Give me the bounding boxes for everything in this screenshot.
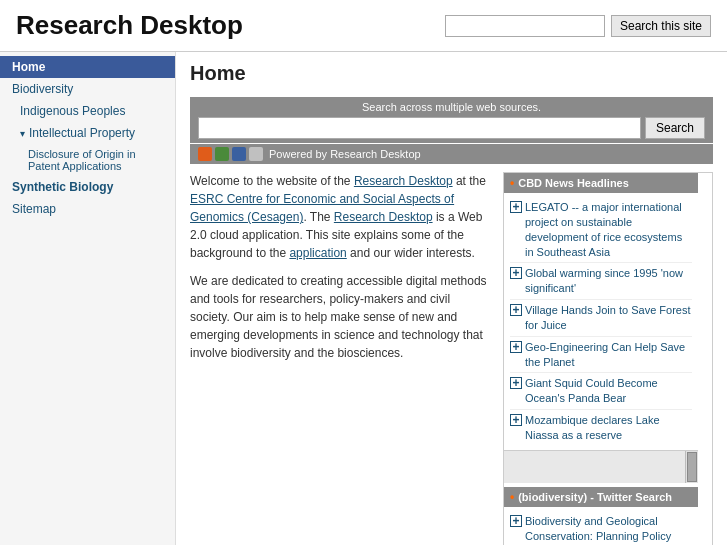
twitter-news-header: • (biodiversity) - Twitter Search	[504, 487, 698, 507]
search-bar-label: Search across multiple web sources.	[198, 101, 705, 113]
main-content: Home Search across multiple web sources.…	[176, 52, 727, 545]
news-item: + Mozambique declares Lake Niassa as a r…	[510, 410, 692, 446]
expand-icon[interactable]: +	[510, 414, 522, 426]
body-section: Welcome to the website of the Research D…	[190, 172, 713, 545]
page-title: Home	[190, 62, 713, 85]
news-link[interactable]: Village Hands Join to Save Forest for Ju…	[525, 303, 692, 333]
news-link[interactable]: Geo-Engineering Can Help Save the Planet	[525, 340, 692, 370]
color-block-blue	[232, 147, 246, 161]
header-search-input[interactable]	[445, 15, 605, 37]
news-item: + Biodiversity and Geological Conservati…	[510, 511, 692, 545]
news-link[interactable]: LEGATO -- a major international project …	[525, 200, 692, 259]
color-block-orange	[198, 147, 212, 161]
sidebar-item-sitemap[interactable]: Sitemap	[0, 198, 175, 220]
color-blocks	[198, 147, 263, 161]
link-research-desktop-1[interactable]: Research Desktop	[354, 174, 453, 188]
cbd-news-title: CBD News Headlines	[518, 177, 629, 189]
color-block-gray	[249, 147, 263, 161]
right-panel: • CBD News Headlines + LEGATO -- a major…	[503, 172, 713, 545]
rss-icon-twitter: •	[510, 490, 514, 504]
sidebar-item-home[interactable]: Home	[0, 56, 175, 78]
sidebar-item-intellectual-property[interactable]: ▾ Intellectual Property	[0, 122, 175, 144]
news-link[interactable]: Mozambique declares Lake Niassa as a res…	[525, 413, 692, 443]
arrow-icon: ▾	[20, 128, 25, 139]
news-item: + LEGATO -- a major international projec…	[510, 197, 692, 263]
paragraph-2: We are dedicated to creating accessible …	[190, 272, 491, 362]
news-item: + Village Hands Join to Save Forest for …	[510, 300, 692, 337]
news-item: + Global warming since 1995 'now signifi…	[510, 263, 692, 300]
scrollbar-thumb[interactable]	[687, 452, 697, 482]
cbd-news-header: • CBD News Headlines	[504, 173, 698, 193]
color-block-green	[215, 147, 229, 161]
search-bar-input[interactable]	[198, 117, 641, 139]
link-application[interactable]: application	[289, 246, 346, 260]
powered-bar: Powered by Research Desktop	[190, 144, 713, 164]
news-link[interactable]: Global warming since 1995 'now significa…	[525, 266, 692, 296]
expand-icon[interactable]: +	[510, 304, 522, 316]
paragraph-1: Welcome to the website of the Research D…	[190, 172, 491, 262]
expand-icon[interactable]: +	[510, 201, 522, 213]
powered-label: Powered by Research Desktop	[269, 148, 421, 160]
sidebar: Home Biodiversity Indigenous Peoples ▾ I…	[0, 52, 176, 545]
news-item: + Geo-Engineering Can Help Save the Plan…	[510, 337, 692, 374]
site-title: Research Desktop	[16, 10, 243, 41]
news-link[interactable]: Biodiversity and Geological Conservation…	[525, 514, 692, 545]
sidebar-item-synthetic-biology[interactable]: Synthetic Biology	[0, 176, 175, 198]
link-research-desktop-2[interactable]: Research Desktop	[334, 210, 433, 224]
scroll-controls	[504, 450, 698, 483]
header-search-button[interactable]: Search this site	[611, 15, 711, 37]
twitter-news-title: (biodiversity) - Twitter Search	[518, 491, 672, 503]
expand-icon[interactable]: +	[510, 267, 522, 279]
search-bar-button[interactable]: Search	[645, 117, 705, 139]
expand-icon[interactable]: +	[510, 515, 522, 527]
expand-icon[interactable]: +	[510, 341, 522, 353]
header-search-area: Search this site	[445, 15, 711, 37]
sidebar-item-indigenous-peoples[interactable]: Indigenous Peoples	[0, 100, 175, 122]
sidebar-item-biodiversity[interactable]: Biodiversity	[0, 78, 175, 100]
text-section: Welcome to the website of the Research D…	[190, 172, 491, 545]
expand-icon[interactable]: +	[510, 377, 522, 389]
cbd-news-list: + LEGATO -- a major international projec…	[504, 193, 698, 450]
news-item: + Giant Squid Could Become Ocean's Panda…	[510, 373, 692, 410]
sidebar-item-disclosure-origin[interactable]: Disclosure of Origin in Patent Applicati…	[0, 144, 175, 176]
twitter-news-list: + Biodiversity and Geological Conservati…	[504, 507, 698, 545]
news-link[interactable]: Giant Squid Could Become Ocean's Panda B…	[525, 376, 692, 406]
search-bar-section: Search across multiple web sources. Sear…	[190, 97, 713, 164]
scrollbar-cbd[interactable]	[685, 451, 698, 483]
rss-icon: •	[510, 176, 514, 190]
